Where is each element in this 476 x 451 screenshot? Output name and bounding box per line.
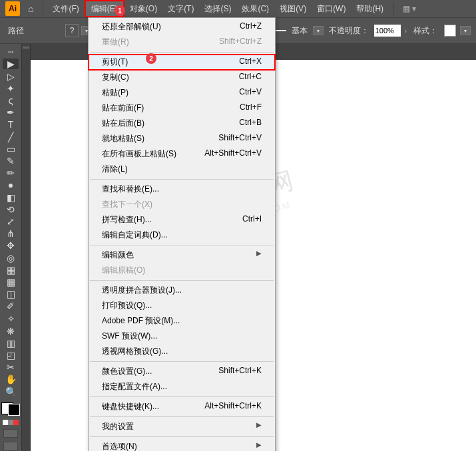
stroke-swatch[interactable] <box>8 404 20 416</box>
workspace-icon[interactable]: ▦ ▾ <box>403 4 416 13</box>
chevron-right-icon[interactable]: › <box>405 27 407 35</box>
type-tool[interactable]: T <box>3 119 19 130</box>
separator <box>90 416 274 417</box>
menu-copy[interactable]: 复制(C)Ctrl+C <box>89 70 275 85</box>
menu-view[interactable]: 视图(V) <box>274 0 312 17</box>
separator <box>90 396 274 397</box>
menu-edit-colors[interactable]: 编辑颜色▶ <box>89 247 275 263</box>
menu-file[interactable]: 文件(F) <box>47 0 84 17</box>
menu-spell-check[interactable]: 拼写检查(H)...Ctrl+I <box>89 212 275 227</box>
edit-menu-dropdown: 还原全部解锁(U)Ctrl+Z 重做(R)Shift+Ctrl+Z 剪切(T)C… <box>88 17 276 451</box>
menu-redo: 重做(R)Shift+Ctrl+Z <box>89 35 275 50</box>
menu-custom-dictionary[interactable]: 编辑自定词典(D)... <box>89 227 275 243</box>
app-logo: Ai <box>5 1 20 16</box>
symbol-sprayer-tool[interactable]: ❋ <box>3 325 19 336</box>
rectangle-tool[interactable]: ▭ <box>3 144 19 154</box>
opacity-label: 不透明度： <box>329 25 369 37</box>
eyedropper-tool[interactable]: ✐ <box>3 301 19 311</box>
pencil-tool[interactable]: ✏ <box>3 168 19 178</box>
help-icon[interactable]: ? <box>65 24 79 37</box>
direct-selection-tool[interactable]: ▷ <box>3 71 19 81</box>
menu-edit-original: 编辑原稿(O) <box>89 263 275 278</box>
menu-type[interactable]: 文字(T) <box>162 0 199 17</box>
free-transform-tool[interactable]: ✥ <box>3 240 19 251</box>
perspective-tool[interactable]: ▦ <box>3 265 19 275</box>
menu-paste[interactable]: 粘贴(P)Ctrl+V <box>89 85 275 100</box>
eraser-tool[interactable]: ◧ <box>3 192 19 202</box>
opacity-input[interactable] <box>374 25 401 37</box>
menu-find-replace[interactable]: 查找和替换(E)... <box>89 182 275 197</box>
style-dropdown[interactable]: ▾ <box>460 26 471 35</box>
grip-icon <box>23 47 29 49</box>
menu-effect[interactable]: 效果(C) <box>236 0 274 17</box>
menu-window[interactable]: 窗口(W) <box>312 0 351 17</box>
mesh-tool[interactable]: ▩ <box>3 277 19 287</box>
basic-label: 基本 <box>292 25 308 37</box>
menu-perspective-preset[interactable]: 透视网格预设(G)... <box>89 344 275 359</box>
style-swatch[interactable] <box>444 25 456 37</box>
annotation-marker-1: 1 <box>115 5 125 16</box>
paintbrush-tool[interactable]: ✎ <box>3 156 19 166</box>
application-menubar: Ai ⌂ 文件(F) 编辑(E) 对象(O) 文字(T) 选择(S) 效果(C)… <box>0 0 476 17</box>
menu-assign-profile[interactable]: 指定配置文件(A)... <box>89 379 275 394</box>
divider <box>393 2 393 15</box>
separator <box>90 361 274 362</box>
menu-clear[interactable]: 清除(L) <box>89 162 275 177</box>
menu-color-settings[interactable]: 颜色设置(G)...Shift+Ctrl+K <box>89 364 275 379</box>
path-label: 路径 <box>8 25 24 37</box>
hand-tool[interactable]: ✋ <box>3 374 19 384</box>
menu-object[interactable]: 对象(O) <box>124 0 162 17</box>
separator <box>90 245 274 245</box>
separator <box>90 52 274 53</box>
blend-tool[interactable]: ⟡ <box>3 313 19 324</box>
menu-cut[interactable]: 剪切(T)Ctrl+X <box>88 54 276 71</box>
grip-icon: ┄ <box>3 47 19 57</box>
menu-paste-all-artboards[interactable]: 在所有画板上粘贴(S)Alt+Shift+Ctrl+V <box>89 146 275 162</box>
selection-tool[interactable]: ▶ <box>3 59 19 69</box>
screen-mode-button[interactable] <box>3 429 18 438</box>
menu-help[interactable]: 帮助(H) <box>351 0 389 17</box>
blob-brush-tool[interactable]: ● <box>3 180 19 190</box>
slice-tool[interactable]: ✂ <box>3 362 19 373</box>
divider <box>43 2 43 15</box>
color-swatches[interactable] <box>1 402 20 416</box>
menu-find-next: 查找下一个(X) <box>89 197 275 212</box>
zoom-tool[interactable]: 🔍 <box>3 386 19 396</box>
gradient-tool[interactable]: ◫ <box>3 289 19 299</box>
lasso-tool[interactable]: ς <box>3 95 19 106</box>
home-icon[interactable]: ⌂ <box>28 3 33 14</box>
menu-transparency-preset[interactable]: 透明度拼合器预设(J)... <box>89 283 275 298</box>
tools-panel: ┄ ▶ ▷ ✦ ς ✒ T ╱ ▭ ✎ ✏ ● ◧ ⟲ ⤢ ⋔ ✥ ◎ ▦ ▩ … <box>0 44 21 451</box>
graph-tool[interactable]: ▥ <box>3 338 19 349</box>
shape-builder-tool[interactable]: ◎ <box>3 252 19 263</box>
separator <box>90 436 274 437</box>
menu-pdf-preset[interactable]: Adobe PDF 预设(M)... <box>89 313 275 329</box>
pen-tool[interactable]: ✒ <box>3 107 19 118</box>
submenu-arrow-icon: ▶ <box>256 421 262 432</box>
menu-paste-in-place[interactable]: 就地粘贴(S)Shift+Ctrl+V <box>89 131 275 146</box>
separator <box>90 280 274 281</box>
stroke-dropdown[interactable]: ▾ <box>313 26 324 35</box>
menu-my-settings[interactable]: 我的设置▶ <box>89 419 275 434</box>
annotation-marker-2: 2 <box>146 53 156 64</box>
artboard-tool[interactable]: ◰ <box>3 350 19 361</box>
menu-paste-back[interactable]: 贴在后面(B)Ctrl+B <box>89 116 275 131</box>
style-label: 样式： <box>413 25 437 37</box>
menu-keyboard-shortcuts[interactable]: 键盘快捷键(K)...Alt+Shift+Ctrl+K <box>89 399 275 414</box>
menu-undo[interactable]: 还原全部解锁(U)Ctrl+Z <box>89 19 275 35</box>
separator <box>90 179 274 180</box>
line-tool[interactable]: ╱ <box>3 131 19 142</box>
menu-select[interactable]: 选择(S) <box>199 0 236 17</box>
menu-print-preset[interactable]: 打印预设(Q)... <box>89 298 275 313</box>
magic-wand-tool[interactable]: ✦ <box>3 83 19 94</box>
rotate-tool[interactable]: ⟲ <box>3 204 19 215</box>
width-tool[interactable]: ⋔ <box>3 228 19 239</box>
color-mode-bar[interactable] <box>3 420 19 424</box>
menu-preferences[interactable]: 首选项(N)▶ <box>89 439 275 451</box>
menu-swf-preset[interactable]: SWF 预设(W)... <box>89 329 275 344</box>
submenu-arrow-icon: ▶ <box>256 441 262 451</box>
scale-tool[interactable]: ⤢ <box>3 216 19 227</box>
draw-mode-button[interactable] <box>3 442 18 451</box>
menu-paste-front[interactable]: 贴在前面(F)Ctrl+F <box>89 100 275 116</box>
panel-strip[interactable] <box>21 44 31 451</box>
